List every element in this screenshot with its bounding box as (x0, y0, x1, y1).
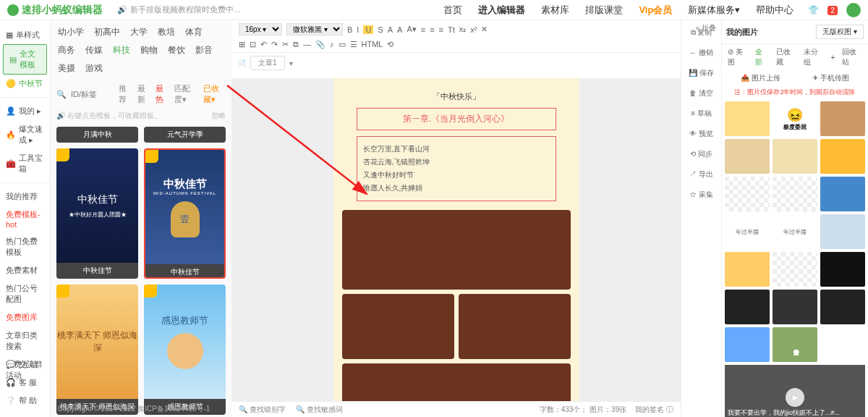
template-card[interactable]: 元气开学季 (144, 127, 226, 143)
left-hot-cover[interactable]: 热门公号配图 (0, 279, 50, 308)
audio-icon[interactable]: ♪ (330, 40, 334, 49)
italic-icon[interactable]: I (357, 25, 359, 34)
copy-icon[interactable]: ⧉ (293, 40, 299, 49)
template-card[interactable]: 中秋佳节★中秋好月圆人团圆★ 中秋佳节 (56, 148, 138, 279)
image-thumb[interactable] (820, 214, 865, 249)
doc-menu-icon[interactable]: ▾ (289, 59, 293, 67)
action-preview[interactable]: 👁 预览 (689, 129, 713, 139)
cat-item[interactable]: 商务 (58, 44, 75, 56)
left-free-materials[interactable]: 免费素材 (0, 261, 50, 279)
image-thumb[interactable] (725, 101, 770, 136)
search-input[interactable] (71, 90, 114, 98)
cat-item[interactable]: 餐饮 (168, 44, 185, 56)
strike-icon[interactable]: S (378, 25, 383, 34)
image-thumb[interactable] (773, 252, 817, 287)
cat-item[interactable]: 美摄 (58, 62, 75, 75)
fontsize-select[interactable]: 16px ▾ (239, 23, 282, 35)
filter-recommend[interactable]: 推荐 (119, 83, 132, 105)
cat-item[interactable]: 科技 (113, 44, 130, 56)
content-image[interactable] (459, 294, 571, 359)
filter-match[interactable]: 匹配度▾ (174, 83, 197, 105)
hint-ignore[interactable]: 忽略 (211, 111, 226, 121)
image-thumb[interactable]: 😖极度委屈 (773, 101, 817, 136)
filter-newest[interactable]: 最新 (137, 83, 150, 105)
left-help[interactable]: ❔ 帮 助 (0, 392, 51, 410)
filter-collected[interactable]: 已收藏▾ (203, 83, 226, 105)
status-signature[interactable]: 我的签名 ⓘ (635, 405, 673, 415)
list-icon[interactable]: ☰ (350, 40, 357, 49)
image-thumb-large[interactable]: ▶ 我要不要出学，我的jio快跟不上了...#...圈鱼丸推荐 (725, 365, 865, 417)
left-full-template[interactable]: ▤ 全文模板 (3, 44, 47, 75)
left-hot-free-tpl[interactable]: 热门免费模板 (0, 232, 50, 261)
left-free-gallery[interactable]: 免费图库 (0, 308, 50, 327)
image-thumb[interactable]: 年过半摆 (725, 214, 770, 249)
filter-hottest[interactable]: 最热 (156, 83, 169, 105)
image-thumb[interactable] (773, 177, 817, 211)
template-card[interactable]: 桃李满天下 师恩似海深 桃李满天下 师恩似海深 (56, 285, 138, 415)
image-thumb[interactable] (820, 139, 865, 174)
template-card[interactable]: 月满中秋 (56, 127, 138, 143)
content-image[interactable] (342, 363, 571, 401)
sub-icon[interactable]: x₂ (459, 25, 467, 34)
action-collect[interactable]: ☆ 采集 (689, 190, 713, 200)
editor-canvas[interactable]: 「中秋快乐」 第一章.《当月光倒入河心》 长空万里,直下看山河 杏花云海,飞镜照… (333, 78, 579, 401)
image-thumb[interactable] (773, 290, 817, 324)
image-thumb[interactable] (820, 252, 865, 287)
action-save[interactable]: 💾 保存 (689, 68, 714, 78)
poem-block[interactable]: 长空万里,直下看山河 杏花云海,飞镜照乾坤 又逢中秋好时节 唯愿人长久,共婵娟 (357, 136, 556, 201)
sup-icon[interactable]: x² (470, 25, 477, 34)
image-thumb[interactable] (725, 139, 770, 174)
status-typo-check[interactable]: 🔍 查找错别字 (239, 405, 286, 415)
clear-icon[interactable]: ✕ (481, 25, 488, 34)
imgtab-all[interactable]: 全部 (755, 47, 768, 67)
left-mine[interactable]: 👤 我的 ▸ (0, 102, 50, 120)
html-icon[interactable]: HTML (362, 40, 383, 49)
table-icon[interactable]: ⊞ (239, 40, 245, 49)
cat-item[interactable]: 教培 (158, 26, 175, 38)
image-thumb[interactable] (725, 290, 770, 324)
hr-icon[interactable]: — (303, 40, 311, 49)
left-free-tpl-hot[interactable]: 免费模板-hot (0, 206, 50, 232)
left-toolbox[interactable]: 🧰 工具宝箱 (0, 149, 50, 178)
cut-icon[interactable]: ✂ (282, 40, 289, 49)
play-icon[interactable]: ▶ (786, 388, 804, 407)
undo-icon[interactable]: ↶ (260, 40, 267, 49)
font-select[interactable]: 微软雅黑 ▾ (286, 23, 343, 35)
app-logo[interactable]: 速排小蚂蚁编辑器 (7, 4, 103, 17)
action-clear[interactable]: 🗑 清空 (689, 88, 713, 98)
image-thumb[interactable] (820, 101, 865, 136)
refresh-icon[interactable]: ⟲ (387, 40, 393, 49)
attach-icon[interactable]: 📎 (315, 40, 326, 49)
image-thumb[interactable] (725, 177, 770, 211)
cat-item[interactable]: 影音 (195, 44, 213, 56)
left-article-search[interactable]: 文章归类搜索 (0, 327, 50, 355)
redo-icon[interactable]: ↷ (271, 40, 278, 49)
bgcolor-icon[interactable]: A (397, 25, 402, 34)
imgtab-beautify[interactable]: ⊘ 美图 (728, 47, 748, 67)
image-thumb[interactable] (725, 252, 770, 287)
imgtab-trash[interactable]: 回收站 (842, 47, 862, 67)
align-left-icon[interactable]: ≡ (421, 25, 425, 34)
nav-vip[interactable]: Vip会员 (639, 4, 672, 17)
content-image[interactable] (342, 294, 454, 359)
left-single-style[interactable]: ▦ 单样式 (0, 26, 50, 44)
left-customer-service[interactable]: 🎧 客 服 (0, 374, 51, 392)
status-sensitive-check[interactable]: 🔍 查找敏感词 (296, 405, 343, 415)
action-export[interactable]: ↗ 导出 (689, 169, 713, 180)
shirt-icon[interactable]: 👕 (808, 5, 819, 15)
align-center-icon[interactable]: ≡ (430, 25, 434, 34)
fold-button[interactable]: « 折叠 (696, 23, 716, 33)
action-sync[interactable]: ⟲ 同步 (690, 149, 712, 159)
image-thumb[interactable]: 年过半摆 (773, 214, 817, 249)
nav-help[interactable]: 帮助中心 (756, 4, 793, 17)
left-hot-articles[interactable]: 🔥 爆文速成 ▸ (0, 120, 50, 149)
avatar-icon[interactable] (846, 3, 861, 17)
align-right-icon[interactable]: ≡ (439, 25, 443, 34)
upload-image-button[interactable]: 📤 图片上传 (741, 73, 780, 83)
image-thumb[interactable]: 路段十分安全 (773, 327, 817, 362)
imgtab-add[interactable]: + (830, 54, 835, 62)
cat-item[interactable]: 体育 (185, 26, 203, 38)
cat-item[interactable]: 大学 (130, 26, 148, 38)
template-card-highlighted[interactable]: 中秋佳节MID-AUTUMN FESTIVAL壹 中秋佳节 (144, 148, 226, 279)
action-draft[interactable]: ≡ 草稿 (691, 109, 712, 119)
